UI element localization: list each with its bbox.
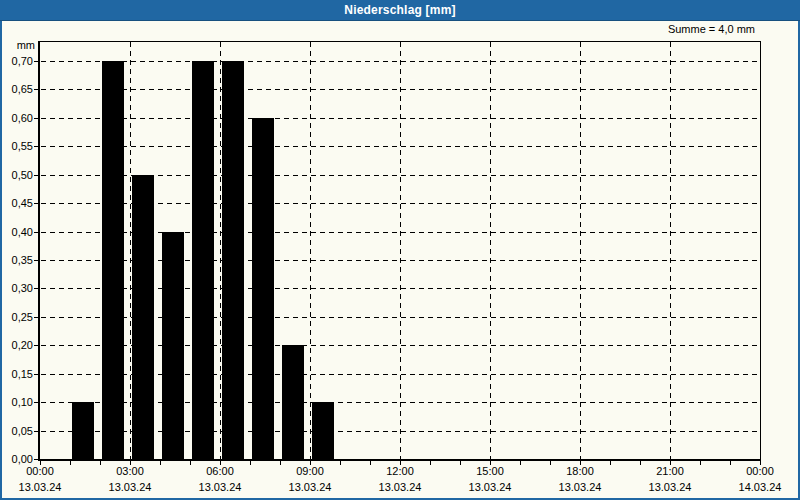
gridline-vertical (220, 42, 221, 459)
gridline-vertical (400, 42, 401, 459)
x-tick-date-label: 13.03.24 (100, 481, 160, 493)
x-axis-tick (610, 461, 611, 465)
x-tick-date-label: 13.03.24 (640, 481, 700, 493)
y-axis-line (38, 41, 40, 461)
precipitation-bar (252, 118, 274, 459)
y-tick-label: 0,20 (0, 339, 33, 351)
x-tick-time-label: 15:00 (460, 465, 520, 477)
y-tick-label: 0,00 (0, 453, 33, 465)
y-tick-label: 0,15 (0, 368, 33, 380)
y-tick-label: 0,65 (0, 83, 33, 95)
y-axis-tick (34, 345, 38, 346)
y-tick-label: 0,25 (0, 311, 33, 323)
window-title: Niederschlag [mm] (344, 3, 455, 17)
y-axis-tick (34, 431, 38, 432)
x-axis-tick (340, 461, 341, 465)
x-tick-date-label: 13.03.24 (460, 481, 520, 493)
y-axis-tick (34, 288, 38, 289)
x-tick-date-label: 13.03.24 (190, 481, 250, 493)
x-tick-time-label: 18:00 (550, 465, 610, 477)
x-axis-tick (700, 461, 701, 465)
gridline-vertical (670, 42, 671, 459)
gridline-vertical (310, 42, 311, 459)
y-tick-label: 0,40 (0, 226, 33, 238)
gridline-vertical (490, 42, 491, 459)
y-tick-label: 0,10 (0, 396, 33, 408)
y-axis-tick (34, 374, 38, 375)
y-tick-label: 0,30 (0, 282, 33, 294)
precipitation-bar (72, 402, 94, 459)
chart-window: Niederschlag [mm] Summe = 4,0 mm mm 0,00… (0, 0, 800, 500)
window-titlebar: Niederschlag [mm] (0, 0, 800, 21)
x-tick-time-label: 03:00 (100, 465, 160, 477)
x-axis-tick (520, 461, 521, 465)
x-tick-time-label: 21:00 (640, 465, 700, 477)
y-axis-tick (34, 232, 38, 233)
precipitation-bar (162, 232, 184, 459)
y-axis-tick (34, 89, 38, 90)
y-tick-label: 0,50 (0, 169, 33, 181)
y-axis-unit-label: mm (2, 39, 35, 51)
y-tick-label: 0,60 (0, 112, 33, 124)
x-axis-tick (70, 461, 71, 465)
y-axis-tick (34, 203, 38, 204)
x-tick-date-label: 14.03.24 (730, 481, 790, 493)
precipitation-bar (132, 175, 154, 459)
precipitation-bar (102, 61, 124, 459)
gridline-vertical (130, 42, 131, 459)
y-axis-tick (34, 317, 38, 318)
x-tick-date-label: 13.03.24 (10, 481, 70, 493)
x-axis-tick (430, 461, 431, 465)
x-tick-time-label: 12:00 (370, 465, 430, 477)
y-axis-tick (34, 118, 38, 119)
y-tick-label: 0,35 (0, 254, 33, 266)
sum-label: Summe = 4,0 mm (668, 23, 755, 35)
y-axis-tick (34, 402, 38, 403)
plot-right-border (760, 41, 761, 459)
x-tick-date-label: 13.03.24 (550, 481, 610, 493)
x-axis-tick (250, 461, 251, 465)
x-axis-tick (160, 461, 161, 465)
x-tick-time-label: 00:00 (10, 465, 70, 477)
x-tick-date-label: 13.03.24 (370, 481, 430, 493)
y-tick-label: 0,70 (0, 55, 33, 67)
y-axis-tick (34, 459, 38, 460)
y-axis-tick (34, 146, 38, 147)
precipitation-bar (312, 402, 334, 459)
y-tick-label: 0,55 (0, 140, 33, 152)
x-tick-time-label: 00:00 (730, 465, 790, 477)
precipitation-bar (282, 345, 304, 459)
x-tick-time-label: 06:00 (190, 465, 250, 477)
gridline-vertical (580, 42, 581, 459)
plot-top-border (40, 41, 760, 42)
precipitation-bar (192, 61, 214, 459)
y-axis-tick (34, 61, 38, 62)
precipitation-bar (222, 61, 244, 459)
y-axis-tick (34, 260, 38, 261)
x-tick-date-label: 13.03.24 (280, 481, 340, 493)
y-axis-tick (34, 175, 38, 176)
y-tick-label: 0,45 (0, 197, 33, 209)
y-tick-label: 0,05 (0, 425, 33, 437)
x-tick-time-label: 09:00 (280, 465, 340, 477)
